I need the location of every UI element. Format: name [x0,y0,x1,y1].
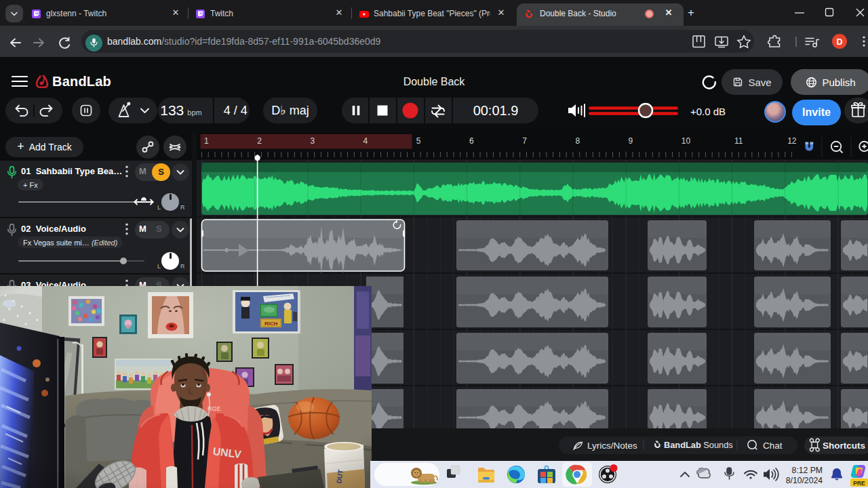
svg-text:BandLab Sounds: BandLab Sounds [664,440,733,450]
svg-text:Chat: Chat [763,441,783,451]
svg-text:Shortcuts: Shortcuts [823,441,865,451]
svg-text:10: 10 [682,136,691,146]
svg-text:D: D [836,37,842,47]
svg-text:5: 5 [416,136,421,146]
svg-text:7: 7 [522,136,527,146]
svg-text:PRE: PRE [853,480,865,487]
svg-text:2: 2 [257,136,262,146]
svg-text:4: 4 [363,136,368,146]
svg-text:8:12 PM: 8:12 PM [792,466,823,475]
svg-text:6: 6 [469,136,474,146]
svg-text:8: 8 [575,136,580,146]
svg-text:11: 11 [734,136,743,146]
svg-text:9: 9 [629,136,633,146]
svg-text:8/10/2024: 8/10/2024 [786,476,823,485]
svg-text:1: 1 [204,136,209,146]
svg-text:12: 12 [787,136,797,146]
svg-text:Lyrics/Notes: Lyrics/Notes [587,441,637,451]
svg-text:3: 3 [310,136,315,146]
svg-text:00:01.9: 00:01.9 [473,103,519,118]
